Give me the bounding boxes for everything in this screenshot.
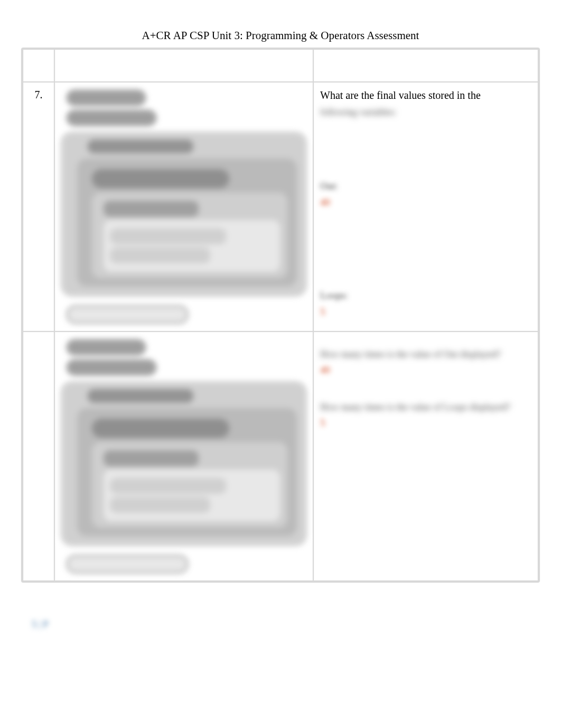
variable-answer-1: 40 — [320, 196, 531, 210]
code-block-cell — [54, 331, 313, 581]
question-prompt-line1: What are the final values stored in the — [320, 88, 531, 103]
code-diagram — [61, 90, 306, 324]
assessment-table: 7. — [21, 48, 540, 583]
table-row: How many times is the value of Out displ… — [23, 331, 538, 581]
header-cell-num — [23, 49, 54, 82]
answer-cell: How many times is the value of Out displ… — [313, 331, 538, 581]
header-cell-answer — [313, 49, 538, 82]
sub-question-2: How many times is the value of Loops dis… — [320, 401, 531, 414]
sub-answer-1: 40 — [320, 363, 531, 377]
page-number: 5 | P — [32, 619, 49, 630]
code-block-cell — [54, 82, 313, 331]
sub-answer-2: 5 — [320, 416, 531, 430]
variable-label-1: Out: — [320, 179, 531, 193]
sub-question-1: How many times is the value of Out displ… — [320, 348, 531, 361]
question-number-cell: 7. — [23, 82, 54, 331]
question-number-cell — [23, 331, 54, 581]
page-title: A+CR AP CSP Unit 3: Programming & Operat… — [0, 0, 561, 48]
answer-cell: What are the final values stored in the … — [313, 82, 538, 331]
question-prompt-line2: following variables: — [320, 106, 531, 119]
table-row: 7. — [23, 82, 538, 331]
variable-label-2: Loops: — [320, 289, 531, 303]
header-cell-code — [54, 49, 313, 82]
table-header-row — [23, 49, 538, 82]
variable-answer-2: 5 — [320, 305, 531, 319]
question-number: 7. — [35, 89, 43, 100]
code-diagram — [61, 339, 306, 573]
